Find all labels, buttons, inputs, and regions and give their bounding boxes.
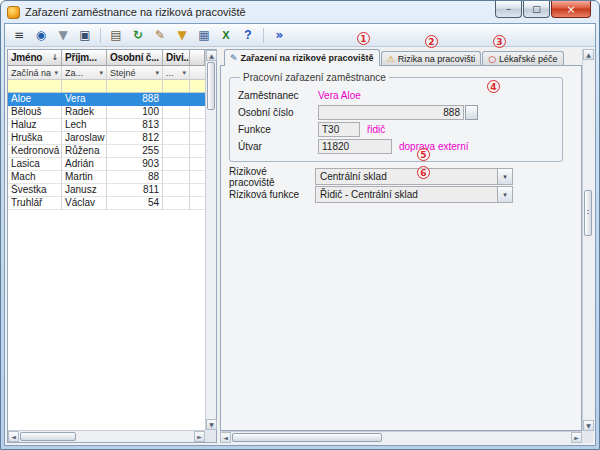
table-row[interactable]: BěloušRadek100 xyxy=(8,106,205,119)
cell-prijmeni: Růžena xyxy=(62,145,107,158)
cell-jmeno: Hruška xyxy=(8,132,62,145)
tab-zarazeni-na-rizikove-pracoviste[interactable]: ✎ Zařazení na rizikové pracoviště xyxy=(224,49,380,66)
scroll-up-icon[interactable]: ▲ xyxy=(206,50,217,61)
filter-input-filler xyxy=(190,80,205,93)
maximize-button[interactable]: □ xyxy=(523,1,550,18)
window-title: Zařazení zaměstnance na riziková pracovi… xyxy=(25,6,490,18)
annotation-2: 2 xyxy=(425,35,438,48)
osobni-cislo-input[interactable]: 888 xyxy=(318,105,464,120)
annotation-6: 6 xyxy=(417,166,430,179)
client-area: ≡ ◉ ▼ ▣ ▤ ↻ ✎ ▼ ▦ X ? » Jméno↓ Příjm... xyxy=(4,23,596,446)
column-header-divize[interactable]: Divi... xyxy=(163,50,190,66)
rizikova-funkce-select[interactable]: Řidič - Centrální sklad ▾ xyxy=(315,186,513,203)
utvar-label: Útvar xyxy=(238,141,318,152)
table-row[interactable]: MachMartin88 xyxy=(8,171,205,184)
view-eye-icon[interactable]: ◉ xyxy=(31,26,51,45)
more-commands-icon[interactable]: » xyxy=(269,26,289,45)
tab-lekarske-pece[interactable]: ○ Lékařské péče xyxy=(482,51,563,66)
chevron-down-icon[interactable]: ▾ xyxy=(497,169,512,184)
cell-prijmeni: Václav xyxy=(62,197,107,210)
field-row-rizikove-pracoviste: Rizikové pracoviště Centrální sklad ▾ xyxy=(229,168,513,185)
scroll-left-icon[interactable]: ◄ xyxy=(220,432,231,443)
grid-vertical-scrollbar[interactable]: ▲ ▼ xyxy=(205,50,216,430)
funkce-code-input[interactable]: T30 xyxy=(318,122,360,137)
column-header-osobni-cislo[interactable]: Osobní č... xyxy=(107,50,163,66)
table-row[interactable]: HruškaJaroslaw812 xyxy=(8,132,205,145)
cell-osobni: 813 xyxy=(107,119,163,132)
lookup-button[interactable] xyxy=(465,105,478,120)
save-icon[interactable]: ▣ xyxy=(75,26,95,45)
annotation-1: 1 xyxy=(357,32,370,45)
cell-jmeno: Truhlář xyxy=(8,197,62,210)
filter-funnel-2-icon[interactable]: ▼ xyxy=(172,26,192,45)
table-row[interactable]: HaluzLech813 xyxy=(8,119,205,132)
filter-op-osobni-cislo[interactable]: Stejné▾ xyxy=(107,66,163,80)
document-icon[interactable]: ▤ xyxy=(106,26,126,45)
column-header-filler xyxy=(190,50,205,66)
tab-rizika-na-pracovisti[interactable]: ⚠ Rizika na pracovišti xyxy=(381,51,482,66)
cell-jmeno: Kedronová xyxy=(8,145,62,158)
filter-input-jmeno[interactable] xyxy=(8,80,62,93)
utvar-value: doprava externí xyxy=(399,141,469,152)
scroll-right-icon[interactable]: ► xyxy=(194,431,205,442)
cell-prijmeni: Radek xyxy=(62,106,107,119)
utvar-code-input[interactable]: 11820 xyxy=(318,139,392,154)
cell-osobni: 255 xyxy=(107,145,163,158)
filter-input-osobni-cislo[interactable] xyxy=(107,80,163,93)
table-row[interactable]: ŠvestkaJanusz811 xyxy=(8,184,205,197)
chevron-down-icon: ▾ xyxy=(99,67,103,79)
close-button[interactable]: × xyxy=(551,1,591,18)
scroll-down-icon[interactable]: ▼ xyxy=(583,420,594,431)
filter-op-divize[interactable]: ...▾ xyxy=(163,66,190,80)
filter-op-filler xyxy=(190,66,205,80)
detail-vertical-scrollbar[interactable]: ▲ ▼ xyxy=(582,49,593,431)
cell-divize xyxy=(163,132,190,145)
detail-panel: ✎ Zařazení na rizikové pracoviště ⚠ Rizi… xyxy=(220,49,593,443)
scrollbar-thumb[interactable] xyxy=(584,190,592,236)
chevron-down-icon: ▾ xyxy=(54,67,58,79)
scrollbar-thumb[interactable] xyxy=(20,432,76,441)
groupbox-title: Pracovní zařazení zaměstnance xyxy=(240,72,389,83)
minimize-button[interactable]: – xyxy=(495,1,522,18)
scrollbar-thumb[interactable] xyxy=(207,62,215,110)
scrollbar-corner xyxy=(582,431,593,443)
rizikove-pracoviste-select[interactable]: Centrální sklad ▾ xyxy=(315,168,513,185)
column-header-jmeno[interactable]: Jméno↓ xyxy=(8,50,62,66)
cell-jmeno: Lasica xyxy=(8,158,62,171)
scroll-up-icon[interactable]: ▲ xyxy=(583,49,594,60)
filter-op-jmeno[interactable]: Začíná na▾ xyxy=(8,66,62,80)
scroll-right-icon[interactable]: ► xyxy=(571,432,582,443)
column-header-prijmeni[interactable]: Příjm... xyxy=(62,50,107,66)
edit-pencil-icon[interactable]: ✎ xyxy=(150,26,170,45)
chevron-down-icon: ▾ xyxy=(155,67,159,79)
table-row[interactable]: AloeVera888 xyxy=(8,93,205,106)
table-row[interactable]: KedronováRůžena255 xyxy=(8,145,205,158)
field-row-utvar: Útvar 11820 doprava externí xyxy=(238,138,554,154)
data-list-icon[interactable]: ≡ xyxy=(9,26,29,45)
filter-op-prijmeni[interactable]: Za...▾ xyxy=(62,66,107,80)
tab-label: Zařazení na rizikové pracoviště xyxy=(241,53,374,63)
cell-prijmeni: Vera xyxy=(62,93,107,106)
help-icon[interactable]: ? xyxy=(238,26,258,45)
filter-operator-row: Začíná na▾ Za...▾ Stejné▾ ...▾ xyxy=(8,66,205,80)
filter-input-divize[interactable] xyxy=(163,80,190,93)
cell-jmeno: Aloe xyxy=(8,93,62,106)
scroll-down-icon[interactable]: ▼ xyxy=(206,419,217,430)
employee-grid: Jméno↓ Příjm... Osobní č... Divi... Začí… xyxy=(8,50,205,430)
scrollbar-thumb[interactable] xyxy=(232,433,382,442)
table-row[interactable]: LasicaAdrián903 xyxy=(8,158,205,171)
cell-divize xyxy=(163,158,190,171)
cell-prijmeni: Janusz xyxy=(62,184,107,197)
cell-divize xyxy=(163,171,190,184)
table-grid-icon[interactable]: ▦ xyxy=(194,26,214,45)
excel-export-icon[interactable]: X xyxy=(216,26,236,45)
scroll-left-icon[interactable]: ◄ xyxy=(8,431,19,442)
filter-funnel-icon[interactable]: ▼ xyxy=(53,26,73,45)
chevron-down-icon[interactable]: ▾ xyxy=(497,187,512,202)
grid-horizontal-scrollbar[interactable]: ◄ ► xyxy=(8,430,205,442)
table-row[interactable]: TruhlářVáclav54 xyxy=(8,197,205,210)
titlebar[interactable]: Zařazení zaměstnance na riziková pracovi… xyxy=(1,1,599,23)
refresh-icon[interactable]: ↻ xyxy=(128,26,148,45)
filter-input-prijmeni[interactable] xyxy=(62,80,107,93)
detail-horizontal-scrollbar[interactable]: ◄ ► xyxy=(220,431,582,443)
